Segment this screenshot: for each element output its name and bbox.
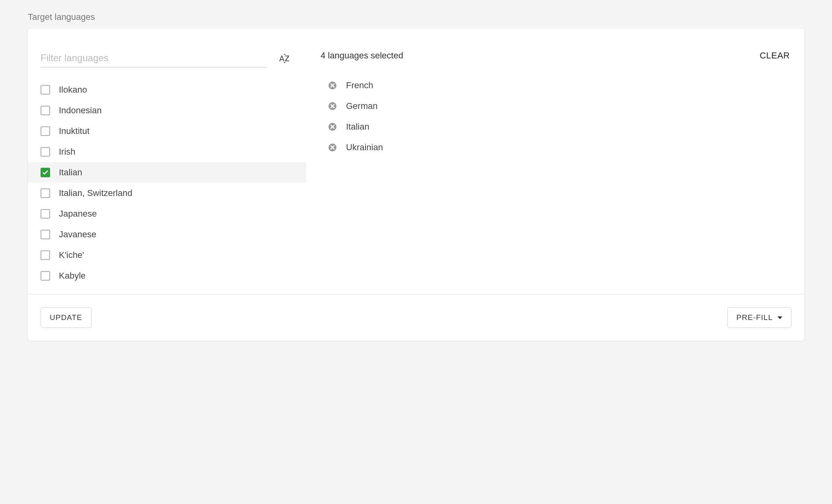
language-item[interactable]: Ilokano [28,79,306,100]
selected-label: Italian [346,122,369,132]
checkbox[interactable] [41,147,50,157]
caret-down-icon [778,316,782,319]
language-label: Inuktitut [59,126,89,136]
language-label: Japanese [59,209,97,219]
check-icon [42,169,49,176]
remove-button[interactable] [328,122,337,132]
language-item[interactable]: Japanese [28,204,306,224]
language-label: Ilokano [59,85,87,95]
language-label: K'iche' [59,250,84,260]
language-item[interactable]: Inuktitut [28,121,306,142]
language-item[interactable]: Italian, Switzerland [28,183,306,204]
filter-input[interactable] [41,49,267,68]
remove-button[interactable] [328,143,337,152]
language-label: Irish [59,147,76,157]
language-label: Kabyle [59,271,86,281]
language-label: Indonesian [59,105,102,116]
close-circle-icon [328,81,337,90]
target-languages-card: IlokanoIndonesianInuktitutIrishItalianIt… [28,29,804,341]
language-item[interactable]: Kabyle [28,266,306,286]
selected-count-text: 4 languages selected [321,50,403,61]
selected-label: Ukrainian [346,142,383,153]
filter-row [28,29,306,68]
remove-button[interactable] [328,81,337,90]
selected-list: FrenchGermanItalianUkrainian [321,75,790,158]
selected-label: German [346,101,377,111]
sort-alpha-button[interactable] [275,52,294,64]
checkbox[interactable] [41,85,50,95]
selected-item: Italian [328,116,790,137]
section-title: Target languages [28,12,804,22]
close-circle-icon [328,143,337,152]
main-area: IlokanoIndonesianInuktitutIrishItalianIt… [28,29,804,294]
available-languages-column: IlokanoIndonesianInuktitutIrishItalianIt… [28,29,306,294]
selected-label: French [346,80,373,91]
footer-bar: UPDATE PRE-FILL [28,294,804,341]
checkbox[interactable] [41,126,50,136]
selected-item: French [328,75,790,96]
checkbox[interactable] [41,106,50,115]
selected-header: 4 languages selected CLEAR [321,50,790,61]
language-item[interactable]: K'iche' [28,245,306,266]
language-item[interactable]: Irish [28,142,306,162]
prefill-label: PRE-FILL [737,313,773,322]
sort-alpha-icon [278,52,290,64]
checkbox[interactable] [41,209,50,219]
language-item[interactable]: Indonesian [28,100,306,121]
checkbox[interactable] [41,168,50,177]
language-list: IlokanoIndonesianInuktitutIrishItalianIt… [28,68,306,294]
selected-languages-column: 4 languages selected CLEAR FrenchGermanI… [306,29,804,294]
language-item[interactable]: Javanese [28,224,306,245]
selected-item: Ukrainian [328,137,790,158]
prefill-button[interactable]: PRE-FILL [727,307,791,328]
checkbox[interactable] [41,230,50,239]
checkbox[interactable] [41,250,50,260]
language-item[interactable]: Italian [28,162,306,183]
language-label: Javanese [59,229,96,240]
close-circle-icon [328,122,337,132]
update-button[interactable]: UPDATE [41,307,91,328]
clear-button[interactable]: CLEAR [760,50,790,61]
checkbox[interactable] [41,188,50,198]
close-circle-icon [328,101,337,111]
language-label: Italian [59,167,82,178]
remove-button[interactable] [328,101,337,111]
selected-item: German [328,96,790,116]
language-label: Italian, Switzerland [59,188,132,198]
checkbox[interactable] [41,271,50,281]
